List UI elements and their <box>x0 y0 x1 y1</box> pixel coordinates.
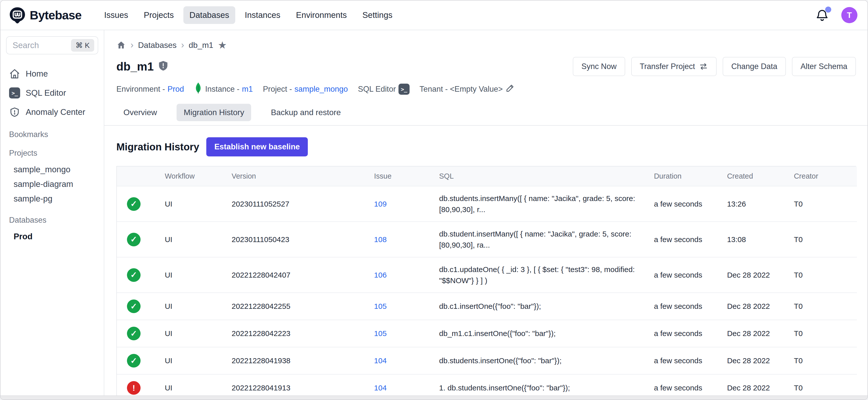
sidebar-project-sample-mongo[interactable]: sample_mongo <box>0 162 104 177</box>
nav-item-databases[interactable]: Databases <box>183 6 235 24</box>
notifications-bell-icon[interactable] <box>815 8 829 22</box>
home-breadcrumb-icon[interactable] <box>116 40 126 50</box>
nav-item-issues[interactable]: Issues <box>98 6 134 24</box>
header-status <box>117 166 165 186</box>
sidebar-item-sql-editor[interactable]: >_ SQL Editor <box>0 85 104 101</box>
issue-link[interactable]: 108 <box>374 235 386 244</box>
transfer-project-button[interactable]: Transfer Project <box>631 57 717 76</box>
header-workflow: Workflow <box>165 166 231 186</box>
sidebar-item-home[interactable]: Home <box>0 65 104 82</box>
table-row[interactable]: ✓ UI 20230111050423 108 db.student.inser… <box>117 221 857 257</box>
tenant-meta: Tenant - <Empty Value> <box>420 83 515 95</box>
header-created: Created <box>727 166 794 186</box>
created-cell: Dec 28 2022 <box>727 374 794 396</box>
created-cell: 13:26 <box>727 186 794 221</box>
version-cell: 20221228042223 <box>231 320 374 347</box>
top-navbar: Bytebase Issues Projects Databases Insta… <box>0 0 868 30</box>
duration-cell: a few seconds <box>654 347 727 374</box>
instance-meta: Instance - m1 <box>194 82 253 96</box>
breadcrumb-databases[interactable]: Databases <box>138 40 177 50</box>
sidebar-item-label: Anomaly Center <box>26 107 85 117</box>
creator-cell: T0 <box>794 320 857 347</box>
nav-item-instances[interactable]: Instances <box>239 6 286 24</box>
issue-link[interactable]: 106 <box>374 271 386 279</box>
sidebar-item-label: Home <box>26 69 48 79</box>
success-check-icon: ✓ <box>127 327 141 340</box>
header-creator: Creator <box>794 166 857 186</box>
tab-backup-and-restore[interactable]: Backup and restore <box>264 104 348 121</box>
sql-cell: db.c1.insertOne({"foo": "bar"}); <box>439 293 654 320</box>
breadcrumb-separator: › <box>181 40 184 50</box>
creator-cell: T0 <box>794 347 857 374</box>
search-input[interactable]: Search ⌘ K <box>6 36 98 54</box>
success-check-icon: ✓ <box>127 197 141 211</box>
nav-item-projects[interactable]: Projects <box>138 6 180 24</box>
sync-now-button[interactable]: Sync Now <box>573 57 625 76</box>
breadcrumb-db-m1[interactable]: db_m1 <box>189 40 213 50</box>
sidebar-section-projects: Projects <box>0 149 104 158</box>
issue-link[interactable]: 105 <box>374 302 386 310</box>
transfer-arrows-icon <box>699 62 708 71</box>
version-cell: 20230111050423 <box>231 221 374 257</box>
window-bottom-edge <box>0 396 868 400</box>
sidebar-item-anomaly-center[interactable]: Anomaly Center <box>0 104 104 120</box>
sql-cell: db.c1.updateOne( { _id: 3 }, [ { $set: {… <box>439 257 654 293</box>
tab-migration-history[interactable]: Migration History <box>177 104 251 121</box>
issue-link[interactable]: 105 <box>374 329 386 338</box>
establish-new-baseline-button[interactable]: Establish new baseline <box>206 137 308 156</box>
change-data-button[interactable]: Change Data <box>723 57 786 76</box>
alter-schema-button[interactable]: Alter Schema <box>792 57 856 76</box>
nav-item-settings[interactable]: Settings <box>356 6 399 24</box>
workflow-cell: UI <box>165 320 231 347</box>
sidebar-section-bookmarks: Bookmarks <box>0 130 104 139</box>
created-cell: Dec 28 2022 <box>727 347 794 374</box>
project-link[interactable]: sample_mongo <box>294 85 348 94</box>
edit-pencil-icon[interactable] <box>505 83 515 95</box>
issue-link[interactable]: 104 <box>374 357 386 365</box>
breadcrumb-separator: › <box>130 40 133 50</box>
nav-item-environments[interactable]: Environments <box>290 6 353 24</box>
version-cell: 20221228042255 <box>231 293 374 320</box>
instance-link[interactable]: m1 <box>242 85 253 94</box>
user-avatar[interactable]: T <box>841 7 858 23</box>
sql-editor-terminal-icon[interactable]: >_ <box>399 84 409 95</box>
table-row[interactable]: ✓ UI 20221228042223 105 db_m1.c1.insertO… <box>117 320 857 347</box>
environment-meta: Environment - Prod <box>116 85 184 94</box>
sql-cell: db.students.insertOne({"foo": "bar"}); <box>439 347 654 374</box>
issue-link[interactable]: 109 <box>374 200 386 208</box>
navbar-right: T <box>815 7 858 23</box>
version-cell: 20221228041913 <box>231 374 374 396</box>
tab-overview[interactable]: Overview <box>116 104 164 121</box>
bytebase-logo-icon <box>9 7 26 24</box>
header-issue: Issue <box>374 166 439 186</box>
sql-cell: db_m1.c1.insertOne({"foo": "bar"}); <box>439 320 654 347</box>
breadcrumb: › Databases › db_m1 ★ <box>116 39 856 51</box>
success-check-icon: ✓ <box>127 300 141 313</box>
success-check-icon: ✓ <box>127 354 141 368</box>
sidebar-item-label: SQL Editor <box>26 88 66 98</box>
sql-cell: db.student.insertMany([ { name: "Jacika"… <box>439 221 654 257</box>
page-title: db_m1 <box>116 60 154 73</box>
sidebar-project-sample-pg[interactable]: sample-pg <box>0 191 104 206</box>
creator-cell: T0 <box>794 257 857 293</box>
sql-cell: 1. db.students.insertOne({"foo": "bar"})… <box>439 374 654 396</box>
created-cell: Dec 28 2022 <box>727 293 794 320</box>
bytebase-logo[interactable]: Bytebase <box>9 7 81 24</box>
page-actions: Sync Now Transfer Project Change Data Al… <box>573 57 856 76</box>
duration-cell: a few seconds <box>654 320 727 347</box>
sidebar-project-sample-diagram[interactable]: sample-diagram <box>0 177 104 191</box>
version-cell: 20221228042407 <box>231 257 374 293</box>
sidebar-database-prod[interactable]: Prod <box>0 229 104 244</box>
issue-link[interactable]: 104 <box>374 383 386 392</box>
sidebar-nav: Home >_ SQL Editor Anomaly Center <box>0 65 104 120</box>
environment-link[interactable]: Prod <box>167 85 184 94</box>
table-row[interactable]: ! UI 20221228041913 104 1. db.students.i… <box>117 374 857 396</box>
project-meta: Project - sample_mongo <box>263 85 348 94</box>
creator-cell: T0 <box>794 374 857 396</box>
table-row[interactable]: ✓ UI 20230111052527 109 db.students.inse… <box>117 186 857 221</box>
favorite-star-icon[interactable]: ★ <box>218 39 227 51</box>
table-row[interactable]: ✓ UI 20221228042407 106 db.c1.updateOne(… <box>117 257 857 293</box>
table-row[interactable]: ✓ UI 20221228041938 104 db.students.inse… <box>117 347 857 374</box>
table-row[interactable]: ✓ UI 20221228042255 105 db.c1.insertOne(… <box>117 293 857 320</box>
creator-cell: T0 <box>794 293 857 320</box>
